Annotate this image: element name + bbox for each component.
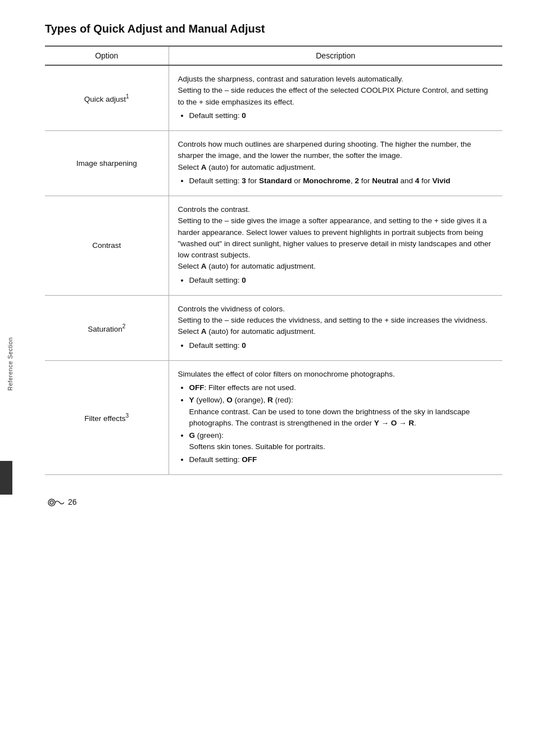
header-description: Description [169, 46, 502, 65]
option-cell: Quick adjust1 [45, 65, 169, 131]
option-cell: Saturation2 [45, 295, 169, 360]
footer-page-number: 26 [68, 497, 77, 506]
table-row: Filter effects3Simulates the effect of c… [45, 360, 502, 474]
footer-icon [47, 497, 66, 507]
svg-point-1 [50, 501, 53, 504]
option-cell: Image sharpening [45, 131, 169, 196]
page-title: Types of Quick Adjust and Manual Adjust [45, 22, 502, 35]
option-cell: Contrast [45, 196, 169, 296]
main-table: Option Description Quick adjust1Adjusts … [45, 46, 502, 475]
table-row: Saturation2Controls the vividness of col… [45, 295, 502, 360]
page-footer: 26 [45, 497, 502, 507]
table-row: ContrastControls the contrast.Setting to… [45, 196, 502, 296]
desc-cell: Adjusts the sharpness, contrast and satu… [169, 65, 502, 131]
sidebar-label: Reference Section [7, 337, 13, 391]
header-option: Option [45, 46, 169, 65]
table-row: Image sharpeningControls how much outlin… [45, 131, 502, 196]
desc-cell: Controls how much outlines are sharpened… [169, 131, 502, 196]
svg-point-0 [48, 499, 55, 506]
sidebar-bar [0, 461, 12, 495]
option-cell: Filter effects3 [45, 360, 169, 474]
desc-cell: Simulates the effect of color filters on… [169, 360, 502, 474]
desc-cell: Controls the vividness of colors.Setting… [169, 295, 502, 360]
desc-cell: Controls the contrast.Setting to the – s… [169, 196, 502, 296]
table-row: Quick adjust1Adjusts the sharpness, cont… [45, 65, 502, 131]
